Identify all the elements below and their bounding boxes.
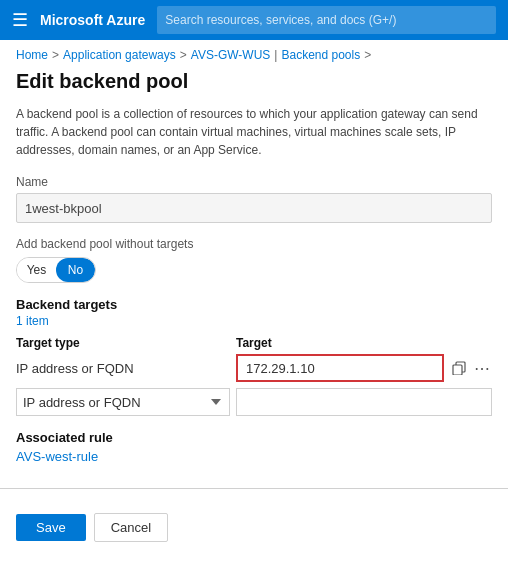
footer-buttons: Save Cancel xyxy=(0,501,508,554)
row1-target-cell xyxy=(236,354,444,382)
toggle-control[interactable]: Yes No xyxy=(16,257,96,283)
breadcrumb-sep3: | xyxy=(274,48,277,62)
breadcrumb-home[interactable]: Home xyxy=(16,48,48,62)
col-type-header: Target type xyxy=(16,336,236,350)
item-count: 1 item xyxy=(16,314,492,328)
row1-copy-button[interactable] xyxy=(450,359,468,377)
assoc-rule-title: Associated rule xyxy=(16,430,492,445)
row1-more-button[interactable]: ⋯ xyxy=(472,357,492,380)
page-description: A backend pool is a collection of resour… xyxy=(16,105,492,159)
toggle-yes[interactable]: Yes xyxy=(17,258,56,282)
global-search-input[interactable] xyxy=(157,6,496,34)
breadcrumb-sep4: > xyxy=(364,48,371,62)
breadcrumb-backend-pools[interactable]: Backend pools xyxy=(281,48,360,62)
toggle-group: Add backend pool without targets Yes No xyxy=(16,237,492,283)
name-label: Name xyxy=(16,175,492,189)
breadcrumb-sep2: > xyxy=(180,48,187,62)
svg-rect-1 xyxy=(453,365,462,375)
breadcrumb: Home > Application gateways > AVS-GW-WUS… xyxy=(0,40,508,66)
toggle-label: Add backend pool without targets xyxy=(16,237,492,251)
table-row: IP address or FQDN ⋯ xyxy=(16,354,492,382)
page-title: Edit backend pool xyxy=(0,66,508,105)
toggle-no[interactable]: No xyxy=(56,258,95,282)
row1-target-input[interactable] xyxy=(236,354,444,382)
add-row: IP address or FQDN xyxy=(16,388,492,416)
azure-logo: Microsoft Azure xyxy=(40,12,145,28)
main-content: A backend pool is a collection of resour… xyxy=(0,105,508,464)
associated-rule-section: Associated rule AVS-west-rule xyxy=(16,430,492,464)
new-target-input[interactable] xyxy=(236,388,492,416)
name-field-group: Name xyxy=(16,175,492,223)
backend-targets-title: Backend targets xyxy=(16,297,492,312)
top-nav-bar: ☰ Microsoft Azure xyxy=(0,0,508,40)
table-header: Target type Target xyxy=(16,336,492,350)
breadcrumb-application-gateways[interactable]: Application gateways xyxy=(63,48,176,62)
footer-divider xyxy=(0,488,508,489)
breadcrumb-gateway-name[interactable]: AVS-GW-WUS xyxy=(191,48,271,62)
row1-type: IP address or FQDN xyxy=(16,361,230,376)
save-button[interactable]: Save xyxy=(16,514,86,541)
breadcrumb-sep1: > xyxy=(52,48,59,62)
name-input[interactable] xyxy=(16,193,492,223)
col-target-header: Target xyxy=(236,336,492,350)
row1-actions: ⋯ xyxy=(450,357,492,380)
new-type-select[interactable]: IP address or FQDN xyxy=(16,388,230,416)
assoc-rule-link[interactable]: AVS-west-rule xyxy=(16,449,98,464)
hamburger-menu-icon[interactable]: ☰ xyxy=(12,9,28,31)
cancel-button[interactable]: Cancel xyxy=(94,513,168,542)
